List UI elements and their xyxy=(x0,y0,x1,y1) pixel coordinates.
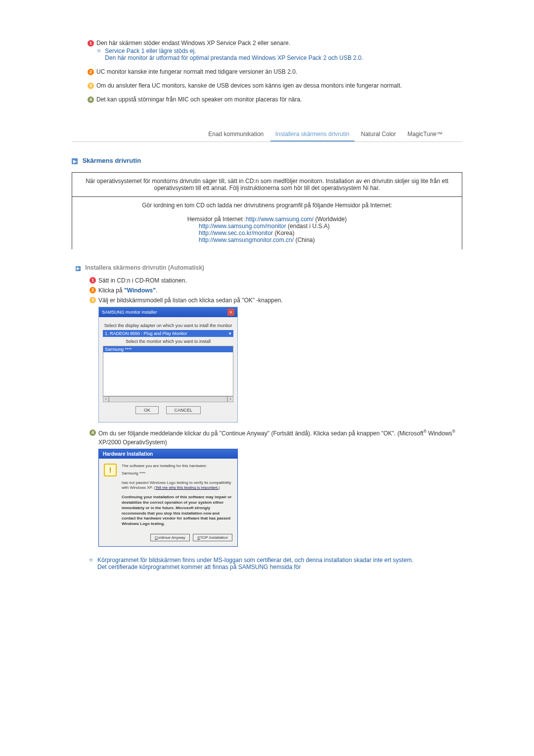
step-2: 2 Klicka på "Windows". xyxy=(72,286,462,295)
section-title: Skärmens drivrutin xyxy=(83,157,141,164)
arrow-icon: ▶ xyxy=(76,266,81,271)
step-2-text-b: . xyxy=(156,287,157,294)
star-icon: ✳ xyxy=(96,47,101,54)
note-2-text: UC monitor kanske inte fungerar normalt … xyxy=(96,68,297,75)
link-china-suffix: (China) xyxy=(294,236,315,243)
info-label: Hemsidor på Internet : xyxy=(187,216,246,223)
chevron-right-icon[interactable]: › xyxy=(227,396,233,402)
reg-symbol: ® xyxy=(452,429,455,434)
step-2-link[interactable]: "Windows" xyxy=(124,287,156,294)
note-3-text: Om du ansluter flera UC monitors, kanske… xyxy=(96,82,402,89)
star-icon: ✳ xyxy=(89,557,93,564)
hw-bold: Continuing your installation of this sof… xyxy=(122,495,232,527)
step-4-text-c: XP/2000 OperativSystem) xyxy=(98,439,167,446)
link-usa-suffix: (endast i U.S.A) xyxy=(286,223,330,230)
note-1-sub2: Den här monitor är utformad för optimal … xyxy=(105,54,363,61)
footnote-p1: Körprogrammet för bildskärmen finns unde… xyxy=(97,557,413,564)
ok-button[interactable]: OK xyxy=(135,406,159,414)
footnote: ✳ Körprogrammet för bildskärmen finns un… xyxy=(72,557,462,570)
close-icon[interactable]: × xyxy=(227,309,234,316)
warning-icon: ! xyxy=(104,464,117,476)
tab-magictune[interactable]: MagicTune™ xyxy=(402,128,447,141)
info-p2: Gör iordning en tom CD och ladda ner dri… xyxy=(72,197,462,214)
info-links: Hemsidor på Internet :http://www.samsung… xyxy=(72,214,462,249)
hardware-dialog-title: Hardware Installation xyxy=(99,449,237,459)
note-4: 4 Det kan uppstå störningar från MIC och… xyxy=(72,96,462,103)
note-2: 2 UC monitor kanske inte fungerar normal… xyxy=(72,68,462,75)
stop-installation-button[interactable]: STOP Installation xyxy=(193,534,232,541)
badge-3: 3 xyxy=(88,83,94,89)
badge-1: 1 xyxy=(89,277,96,284)
note-3: 3 Om du ansluter flera UC monitors, kans… xyxy=(72,82,462,89)
installer-monitor-list[interactable]: Samsung **** xyxy=(103,346,233,396)
hw-line2: Samsung **** xyxy=(122,471,232,476)
badge-2: 2 xyxy=(89,287,96,293)
note-1: 1 Den här skärmen stöder endast Windows … xyxy=(72,40,462,61)
tab-installera[interactable]: Installera skärmens drivrutin xyxy=(270,128,355,142)
installer-title: SAMSUNG monitor installer xyxy=(102,310,157,315)
step-4-text-a: Om du ser följande meddelande klickar du… xyxy=(98,430,423,437)
step-2-text-a: Klicka på xyxy=(98,287,124,294)
step-3: 3 Välj er bildskärmsmodell på listan och… xyxy=(72,296,462,305)
hardware-dialog-text: The software you are installing for this… xyxy=(122,464,232,527)
note-4-text: Det kan uppstå störningar från MIC och s… xyxy=(96,96,302,103)
link-usa[interactable]: http://www.samsung.com/monitor xyxy=(199,223,286,230)
step-4: 4 Om du ser följande meddelande klickar … xyxy=(72,428,462,447)
continue-anyway-button[interactable]: Continue Anyway xyxy=(150,534,190,541)
badge-4: 4 xyxy=(88,96,94,103)
link-worldwide[interactable]: http://www.samsung.com/ xyxy=(246,216,313,223)
footnote-p2: Det certifierade körprogrammet kommer at… xyxy=(97,564,301,570)
tab-bar: Enad kommunikation Installera skärmens d… xyxy=(72,128,462,142)
step-4-text-b: Windows xyxy=(427,430,452,437)
step-1: 1 Sätt in CD:n i CD-ROM stationen. xyxy=(72,276,462,285)
link-china[interactable]: http://www.samsungmonitor.com.cn/ xyxy=(199,236,294,243)
hardware-dialog: Hardware Installation ! The software you… xyxy=(98,449,238,547)
installer-label-1: Select the display adapter on which you … xyxy=(103,323,233,328)
hw-line3b: ) xyxy=(219,485,220,490)
installer-titlebar: SAMSUNG monitor installer × xyxy=(99,307,237,317)
info-box: När operativsystemet för monitorns drivr… xyxy=(72,172,462,249)
arrow-icon: ▶ xyxy=(72,158,78,164)
installer-label-2: Select the monitor which you want to ins… xyxy=(103,339,233,344)
badge-1: 1 xyxy=(88,40,94,47)
link-worldwide-suffix: (Worldwide) xyxy=(313,216,347,223)
installer-list-item[interactable]: Samsung **** xyxy=(103,346,233,352)
step-1-text: Sätt in CD:n i CD-ROM stationen. xyxy=(98,277,187,284)
installer-scrollbar[interactable]: ‹ › xyxy=(103,396,233,402)
cancel-button[interactable]: CANCEL xyxy=(166,406,201,414)
link-korea-suffix: (Korea) xyxy=(273,230,294,236)
tab-natural-color[interactable]: Natural Color xyxy=(356,128,401,141)
document-page: 1 Den här skärmen stöder endast Windows … xyxy=(62,0,472,590)
badge-4: 4 xyxy=(89,429,96,436)
section-header: ▶ Skärmens drivrutin xyxy=(72,157,462,164)
chevron-down-icon: ▾ xyxy=(229,331,231,336)
tab-enad[interactable]: Enad kommunikation xyxy=(203,128,268,141)
note-1-text: Den här skärmen stöder endast Windows XP… xyxy=(96,40,290,47)
installer-adapter-select[interactable]: 1. RADEON 9550 : Plug and Play Monitor ▾ xyxy=(103,330,233,337)
hw-link[interactable]: Tell me why this testing is important. xyxy=(155,485,219,490)
link-korea[interactable]: http://www.sec.co.kr/monitor xyxy=(199,230,273,236)
hw-line1: The software you are installing for this… xyxy=(122,464,232,469)
chevron-left-icon[interactable]: ‹ xyxy=(103,396,109,402)
note-1-sub1: Service Pack 1 eller lägre stöds ej. xyxy=(105,47,196,54)
info-p1: När operativsystemet för monitorns drivr… xyxy=(72,172,462,197)
installer-select-value: 1. RADEON 9550 : Plug and Play Monitor xyxy=(105,331,187,336)
badge-3: 3 xyxy=(89,297,96,303)
step-3-text: Välj er bildskärmsmodell på listan och k… xyxy=(98,297,283,304)
subheader-row: ▶ Installera skärmens drivrutin (Automat… xyxy=(72,264,462,271)
installer-window: SAMSUNG monitor installer × Select the d… xyxy=(98,307,238,423)
subheader-text: Installera skärmens drivrutin (Automatis… xyxy=(85,264,204,271)
badge-2: 2 xyxy=(88,69,94,75)
